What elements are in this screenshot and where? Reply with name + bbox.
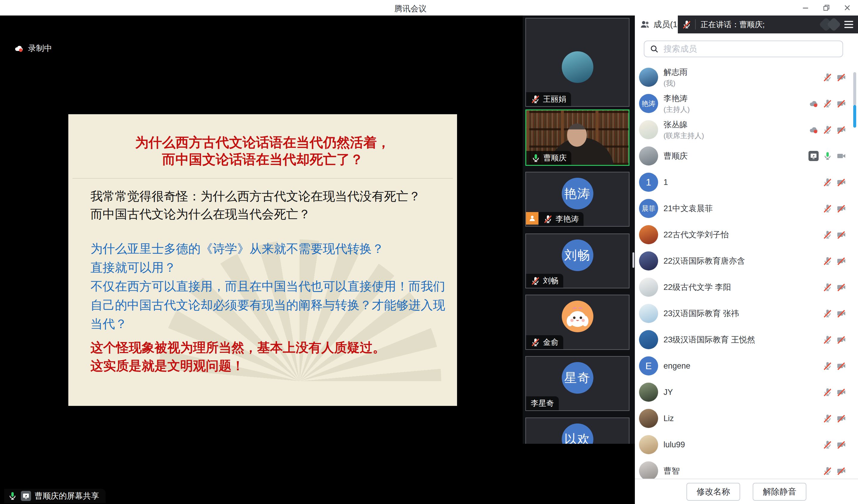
screen-share-text: 曹顺庆的屏幕共享 <box>35 491 99 501</box>
video-tile[interactable]: 以欢以欢 <box>525 418 630 444</box>
member-name: lulu99 <box>664 440 685 450</box>
member-name: 曹顺庆 <box>664 151 688 161</box>
tile-name-label: 金俞 <box>526 335 563 349</box>
avatar: 以欢 <box>562 423 593 444</box>
mic-muted-icon <box>531 95 540 104</box>
shared-screen-area: 录制中 为什么西方古代文论话语在当代仍然活着， 而中国文论话语在当代却死亡了？ … <box>0 16 523 504</box>
member-name: 23汉语国际教育 张祎 <box>664 308 739 319</box>
mic-muted-icon <box>823 72 832 82</box>
camera-off-icon <box>837 361 846 371</box>
member-row[interactable]: 23级汉语国际教育 王悦然 <box>635 327 858 353</box>
mic-muted-icon <box>531 338 540 347</box>
member-row[interactable]: 张丛皞(联席主持人) <box>635 117 858 143</box>
camera-off-icon <box>837 177 846 187</box>
restore-button[interactable] <box>818 0 835 16</box>
mic-on-icon <box>823 151 832 161</box>
camera-off-icon <box>837 256 846 266</box>
minimize-button[interactable] <box>797 0 814 16</box>
member-name: JY <box>664 388 673 397</box>
mic-muted-icon <box>823 361 832 371</box>
cloud-recording-icon <box>14 44 24 53</box>
member-row[interactable]: 解志雨(我) <box>635 64 858 91</box>
avatar: 晨菲 <box>639 199 658 218</box>
avatar <box>562 51 593 83</box>
member-name: 21中文袁晨菲 <box>664 203 713 214</box>
member-row[interactable]: Liz <box>635 405 858 432</box>
member-row[interactable]: 曹顺庆 <box>635 143 858 169</box>
video-tile[interactable]: 王丽娟 <box>525 18 630 107</box>
avatar <box>639 435 658 454</box>
video-column-scrollbar[interactable] <box>633 252 634 268</box>
member-row[interactable]: JY <box>635 379 858 405</box>
mic-muted-icon <box>823 440 832 450</box>
member-row[interactable]: 22汉语国际教育唐亦含 <box>635 248 858 274</box>
video-tile[interactable]: 刘畅刘畅 <box>525 233 630 288</box>
member-role: (联席主持人) <box>664 131 704 141</box>
member-row[interactable]: lulu99 <box>635 432 858 458</box>
search-box[interactable] <box>644 40 843 57</box>
avatar: 艳涛 <box>562 178 593 209</box>
participant-name: 李艳涛 <box>556 214 579 224</box>
camera-off-icon <box>837 335 846 344</box>
menu-icon[interactable] <box>844 21 853 28</box>
camera-off-icon <box>837 282 846 292</box>
slide-title-rule <box>73 178 453 179</box>
avatar <box>639 251 658 271</box>
cloud-recording-icon <box>809 125 819 134</box>
mic-muted-icon <box>823 177 832 187</box>
camera-off-icon <box>837 387 846 397</box>
member-row[interactable]: 晨菲21中文袁晨菲 <box>635 195 858 222</box>
screen-share-label: 曹顺庆的屏幕共享 <box>4 489 106 503</box>
mic-on-icon <box>8 491 17 501</box>
avatar <box>639 304 658 323</box>
tile-name-label: 刘畅 <box>526 274 563 288</box>
member-row[interactable]: Eengene <box>635 353 858 379</box>
members-panel: 成员(141) 正在讲话： 曹顺庆; 解志雨(我)艳涛李艳涛(主持人)张丛皞(联… <box>635 16 858 504</box>
member-name: 22级古代文学 李阳 <box>664 282 731 293</box>
avatar: 刘畅 <box>562 240 593 271</box>
member-row[interactable]: 艳涛李艳涛(主持人) <box>635 91 858 117</box>
camera-on-icon <box>837 151 846 161</box>
camera-off-icon <box>837 204 846 213</box>
member-row[interactable]: 22级古代文学 李阳 <box>635 274 858 300</box>
divider <box>695 19 696 30</box>
speaking-label: 正在讲话： <box>700 19 739 30</box>
cloud-recording-icon <box>809 99 819 108</box>
avatar <box>639 383 658 402</box>
rename-button[interactable]: 修改名称 <box>686 483 740 501</box>
avatar <box>639 120 658 139</box>
member-row[interactable]: 11 <box>635 169 858 195</box>
mic-muted-icon <box>682 20 692 29</box>
mic-muted-icon <box>531 276 540 286</box>
screen-sharing-icon <box>21 491 31 501</box>
mic-muted-icon <box>823 256 832 266</box>
shared-slide: 为什么西方古代文论话语在当代仍然活着， 而中国文论话语在当代却死亡了？ 我常常觉… <box>68 114 457 406</box>
member-row[interactable]: 22古代文学刘子怡 <box>635 222 858 248</box>
member-name: 解志雨 <box>664 67 688 78</box>
video-tile[interactable]: 艳涛李艳涛 <box>525 172 630 227</box>
avatar <box>639 461 658 479</box>
camera-off-icon <box>837 125 846 134</box>
avatar: 星奇 <box>562 362 593 394</box>
video-tile[interactable]: 星奇李星奇 <box>525 356 630 411</box>
slide-paragraph-red: 这个怪现象被视为理所当然，基本上没有人质疑过。 这实质是就是文明观问题！ <box>90 339 385 375</box>
close-button[interactable] <box>839 0 856 16</box>
mic-muted-icon <box>823 125 832 134</box>
search-input[interactable] <box>663 44 837 54</box>
unmute-button[interactable]: 解除静音 <box>753 483 806 501</box>
video-tile[interactable]: 金俞 <box>525 295 630 350</box>
search-icon <box>650 45 659 53</box>
window-titlebar: 腾讯会议 <box>0 0 858 16</box>
mic-muted-icon <box>823 230 832 240</box>
member-row[interactable]: 23汉语国际教育 张祎 <box>635 300 858 327</box>
participant-name: 李星奇 <box>531 398 554 409</box>
avatar <box>639 278 658 297</box>
mic-muted-icon <box>823 99 832 108</box>
member-row[interactable]: 曹智 <box>635 458 858 479</box>
members-scrollbar-track[interactable] <box>853 72 856 105</box>
members-scrollbar-thumb[interactable] <box>853 105 856 128</box>
recording-indicator: 录制中 <box>14 43 52 54</box>
members-footer: 修改名称 解除静音 <box>635 479 858 504</box>
host-badge-icon <box>526 212 539 225</box>
video-tile[interactable]: 曹顺庆 <box>525 110 630 166</box>
